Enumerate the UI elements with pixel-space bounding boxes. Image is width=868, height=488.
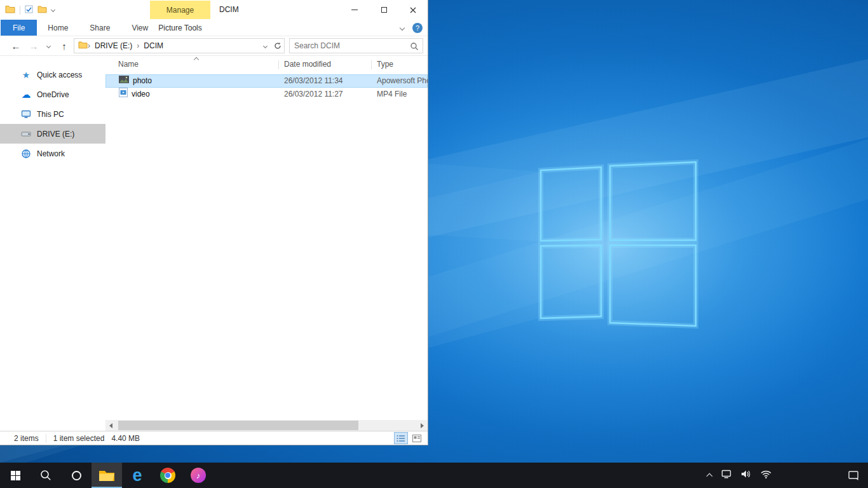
column-divider[interactable]	[278, 60, 279, 69]
properties-icon[interactable]	[25, 5, 33, 15]
navigation-pane: ★ Quick access ☁ OneDrive This PC DRIVE …	[0, 56, 105, 431]
search-box	[289, 38, 423, 53]
action-center-button[interactable]	[839, 463, 868, 488]
computer-icon	[21, 109, 31, 119]
search-icon[interactable]	[410, 42, 419, 53]
volume-icon[interactable]	[741, 470, 751, 481]
taskbar-file-explorer-button[interactable]	[92, 463, 122, 488]
scroll-left-arrow-icon[interactable]	[105, 420, 116, 431]
file-name: video	[132, 88, 150, 101]
close-button[interactable]	[398, 0, 428, 20]
breadcrumb-drive-e[interactable]: DRIVE (E:)	[90, 39, 137, 53]
tab-picture-tools[interactable]: Picture Tools	[150, 20, 210, 36]
scroll-right-arrow-icon[interactable]	[417, 420, 428, 431]
ribbon-tabs: File Home Share View Picture Tools ?	[0, 20, 428, 36]
drive-icon	[21, 129, 31, 139]
address-dropdown-chevron-icon[interactable]	[259, 39, 271, 53]
customize-toolbar-chevron-icon[interactable]	[51, 8, 55, 12]
horizontal-scrollbar[interactable]	[105, 420, 428, 431]
sidebar-item-this-pc[interactable]: This PC	[0, 104, 105, 124]
tray-expand-icon[interactable]	[707, 473, 713, 480]
cortana-icon	[72, 471, 81, 480]
taskbar-edge-button[interactable]: e	[122, 463, 153, 488]
file-row-photo[interactable]: photo 26/03/2012 11:34 Apowersoft Pho	[105, 74, 428, 88]
contextual-tab-group-manage[interactable]: Manage	[150, 1, 210, 19]
sidebar-item-drive-e[interactable]: DRIVE (E:)	[0, 124, 105, 144]
column-header-date-modified[interactable]: Date modified	[284, 56, 331, 73]
search-input[interactable]	[290, 39, 423, 53]
file-list-pane: Name Date modified Type photo 26/03/2012…	[105, 56, 428, 431]
new-folder-icon[interactable]	[37, 5, 47, 15]
refresh-icon[interactable]	[271, 39, 284, 53]
start-button[interactable]	[0, 463, 31, 488]
explorer-window-icon	[5, 4, 15, 15]
help-icon[interactable]: ?	[412, 23, 423, 33]
file-date-modified: 26/03/2012 11:27	[284, 88, 343, 101]
file-explorer-icon	[98, 469, 115, 482]
desktop: Manage DCIM File Home Share View Picture…	[0, 0, 868, 488]
recent-locations-chevron-icon[interactable]	[43, 36, 53, 56]
column-header-type[interactable]: Type	[377, 56, 393, 73]
scrollbar-thumb[interactable]	[118, 421, 358, 430]
status-bar: 2 items 1 item selected 4.40 MB	[0, 431, 428, 445]
cortana-button[interactable]	[61, 463, 92, 488]
column-header-name[interactable]: Name	[118, 56, 139, 73]
sidebar-item-network[interactable]: Network	[0, 144, 105, 163]
tab-file[interactable]: File	[1, 20, 37, 36]
tab-home[interactable]: Home	[37, 20, 79, 36]
sidebar-item-label: This PC	[37, 110, 64, 119]
chrome-icon	[160, 468, 175, 483]
location-folder-icon	[78, 41, 88, 51]
file-row-video[interactable]: video 26/03/2012 11:27 MP4 File	[105, 88, 428, 101]
large-icons-view-icon	[412, 435, 421, 442]
search-icon	[40, 470, 51, 481]
breadcrumb-dcim[interactable]: DCIM	[139, 39, 168, 53]
forward-button[interactable]: →	[27, 36, 41, 56]
sidebar-item-label: Quick access	[37, 71, 82, 79]
view-toggles	[395, 433, 423, 444]
sidebar-item-onedrive[interactable]: ☁ OneDrive	[0, 85, 105, 104]
sidebar-item-label: Network	[37, 149, 65, 158]
action-center-icon	[848, 471, 859, 480]
column-divider[interactable]	[371, 60, 372, 69]
minimize-button[interactable]	[340, 0, 369, 20]
file-type: MP4 File	[377, 88, 407, 101]
status-size: 4.40 MB	[111, 434, 147, 443]
file-explorer-window: Manage DCIM File Home Share View Picture…	[0, 0, 428, 445]
ribbon-right-controls: ?	[400, 20, 423, 36]
column-headers: Name Date modified Type	[105, 56, 428, 73]
details-view-button[interactable]	[395, 433, 407, 444]
file-date-modified: 26/03/2012 11:34	[284, 74, 343, 88]
network-wifi-icon[interactable]	[761, 470, 771, 481]
taskbar-chrome-button[interactable]	[153, 463, 183, 488]
title-bar: Manage DCIM	[0, 0, 428, 20]
up-button[interactable]: ↑	[57, 36, 71, 56]
caption-buttons	[340, 0, 428, 20]
taskbar-itunes-button[interactable]: ♪	[183, 463, 214, 488]
minimize-icon	[351, 10, 358, 10]
file-type: Apowersoft Pho	[377, 74, 428, 88]
toolbar-divider	[20, 6, 20, 15]
hardware-icon[interactable]	[721, 470, 731, 481]
large-icons-view-button[interactable]	[410, 433, 423, 444]
status-selection: 1 item selected	[46, 434, 112, 443]
photo-thumbnail-icon	[119, 74, 129, 88]
edge-icon: e	[132, 467, 142, 484]
taskbar-search-button[interactable]	[31, 463, 61, 488]
sidebar-item-label: OneDrive	[37, 90, 69, 99]
window-title: DCIM	[219, 0, 239, 20]
address-bar[interactable]: › DRIVE (E:) › DCIM	[74, 38, 285, 53]
status-items-count: 2 items	[0, 434, 46, 443]
taskbar-apps: e ♪	[0, 463, 214, 488]
sidebar-item-label: DRIVE (E:)	[37, 130, 74, 139]
file-rows: photo 26/03/2012 11:34 Apowersoft Pho vi…	[105, 74, 428, 101]
tab-share[interactable]: Share	[79, 20, 121, 36]
cloud-icon: ☁	[21, 90, 31, 100]
expand-ribbon-chevron-icon[interactable]	[400, 25, 405, 30]
itunes-icon: ♪	[191, 468, 206, 483]
navigation-bar: ← → ↑ › DRIVE (E:) › DCIM	[0, 36, 428, 56]
back-button[interactable]: ←	[9, 36, 23, 56]
network-icon	[21, 149, 31, 159]
sidebar-item-quick-access[interactable]: ★ Quick access	[0, 65, 105, 85]
maximize-button[interactable]	[369, 0, 398, 20]
